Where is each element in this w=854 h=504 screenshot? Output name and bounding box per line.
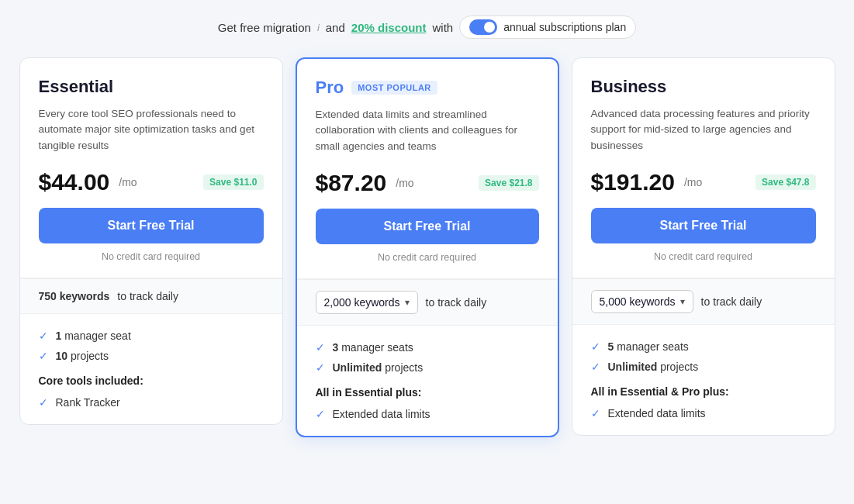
extra-feature-list-business: ✓ Extended data limits [591,407,816,419]
plan-description-business: Advanced data processing features and pr… [591,106,816,154]
feature-text: 3 manager seats [333,341,413,354]
plan-features-essential: ✓ 1 manager seat ✓ 10 projects Core tool… [20,314,282,424]
extra-feature-item: ✓ Extended data limits [316,408,539,420]
trial-button-essential[interactable]: Start Free Trial [39,208,264,243]
check-icon: ✓ [591,407,600,419]
feature-text: Extended data limits [608,407,706,419]
price-row-pro: $87.20 /mo Save $21.8 [316,170,539,196]
most-popular-badge: MOST POPULAR [351,81,437,95]
feature-item: ✓ Unlimited projects [316,361,539,374]
plans-container: Essential Every core tool SEO profession… [16,57,838,437]
keywords-select-value-pro: 2,000 keywords [324,296,400,309]
no-credit-pro: No credit card required [316,252,539,263]
section-title-essential: Core tools included: [39,375,264,387]
price-amount-essential: $44.00 [39,169,110,195]
plan-name-essential: Essential [39,77,114,97]
plan-header-pro: Pro MOST POPULAR [316,78,539,98]
plan-features-pro: ✓ 3 manager seats ✓ Unlimited projects A… [297,326,558,436]
plan-features-business: ✓ 5 manager seats ✓ Unlimited projects A… [572,325,835,435]
all-in-title-pro: All in Essential plus: [316,386,539,399]
chevron-down-icon: ▾ [680,296,685,307]
trial-button-business[interactable]: Start Free Trial [591,208,816,243]
all-in-title-business: All in Essential & Pro plus: [591,385,816,398]
feature-item: ✓ 3 manager seats [316,341,539,354]
price-row-essential: $44.00 /mo Save $11.0 [39,169,264,195]
plan-top-essential: Essential Every core tool SEO profession… [20,58,282,278]
feature-list-business: ✓ 5 manager seats ✓ Unlimited projects [591,340,816,373]
track-daily-pro: to track daily [426,296,487,309]
price-amount-pro: $87.20 [316,170,387,196]
keywords-select-value-business: 5,000 keywords [600,295,676,308]
plan-header-business: Business [591,77,816,97]
feature-item: ✓ 1 manager seat [39,330,264,342]
keywords-count-essential: 750 keywords [39,290,110,302]
extra-feature-list-pro: ✓ Extended data limits [316,408,539,420]
feature-text: 5 manager seats [608,340,689,353]
keywords-row-pro: 2,000 keywords ▾ to track daily [297,279,558,325]
check-icon: ✓ [316,361,325,374]
top-bar: Get free migration i and 20% discount wi… [16,16,838,39]
extra-feature-item: ✓ Extended data limits [591,407,816,419]
keywords-select-business[interactable]: 5,000 keywords ▾ [591,290,693,313]
price-row-business: $191.20 /mo Save $47.8 [591,169,816,195]
save-badge-business: Save $47.8 [755,174,815,190]
extra-feature-list-essential: ✓ Rank Tracker [39,396,264,409]
keywords-static-essential: 750 keywords [39,290,110,302]
and-text: and [326,21,345,34]
check-icon: ✓ [39,330,48,342]
trial-button-pro[interactable]: Start Free Trial [316,209,539,244]
plan-name-business: Business [591,77,667,97]
keywords-select-pro[interactable]: 2,000 keywords ▾ [316,291,418,314]
feature-item: ✓ 10 projects [39,350,264,362]
annual-toggle-container[interactable]: annual subscriptions plan [459,16,636,39]
price-period-business: /mo [684,176,702,188]
feature-text: Rank Tracker [56,396,120,409]
track-daily-business: to track daily [701,295,762,308]
plan-header-essential: Essential [39,77,264,97]
migration-text: Get free migration [218,21,311,34]
feature-list-essential: ✓ 1 manager seat ✓ 10 projects [39,330,264,362]
check-icon: ✓ [316,408,325,420]
feature-item: ✓ Unlimited projects [591,361,816,373]
check-icon: ✓ [316,341,325,354]
price-period-pro: /mo [396,177,413,189]
check-icon: ✓ [591,340,600,353]
feature-text: 1 manager seat [56,330,131,342]
plan-card-essential: Essential Every core tool SEO profession… [19,57,283,425]
feature-item: ✓ 5 manager seats [591,340,816,353]
no-credit-essential: No credit card required [39,251,264,262]
save-badge-pro: Save $21.8 [479,175,538,191]
plan-top-business: Business Advanced data processing featur… [572,58,835,278]
keywords-row-business: 5,000 keywords ▾ to track daily [572,278,835,324]
feature-text: Unlimited projects [333,361,424,374]
discount-text: 20% discount [351,21,427,34]
plan-top-pro: Pro MOST POPULAR Extended data limits an… [297,59,558,278]
check-icon: ✓ [39,350,48,362]
info-icon: i [317,22,320,33]
feature-list-pro: ✓ 3 manager seats ✓ Unlimited projects [316,341,539,374]
extra-feature-item: ✓ Rank Tracker [39,396,264,409]
plan-card-business: Business Advanced data processing featur… [572,57,835,436]
plan-description-essential: Every core tool SEO professionals need t… [39,106,264,154]
plan-description-pro: Extended data limits and streamlined col… [316,107,539,154]
keywords-row-essential: 750 keywords to track daily [20,278,282,313]
save-badge-essential: Save $11.0 [203,174,263,190]
annual-toggle-switch[interactable] [469,19,497,35]
no-credit-business: No credit card required [591,251,816,262]
chevron-down-icon: ▾ [405,297,410,308]
toggle-label: annual subscriptions plan [503,21,626,33]
check-icon: ✓ [591,361,600,373]
feature-text: 10 projects [56,350,109,362]
price-period-essential: /mo [119,176,137,188]
with-text: with [432,21,453,34]
plan-name-pro: Pro [316,78,344,98]
feature-text: Unlimited projects [608,361,699,373]
check-icon: ✓ [39,396,48,409]
track-daily-essential: to track daily [117,290,178,302]
price-amount-business: $191.20 [591,169,675,195]
plan-card-pro: Pro MOST POPULAR Extended data limits an… [296,57,559,437]
feature-text: Extended data limits [333,408,430,420]
